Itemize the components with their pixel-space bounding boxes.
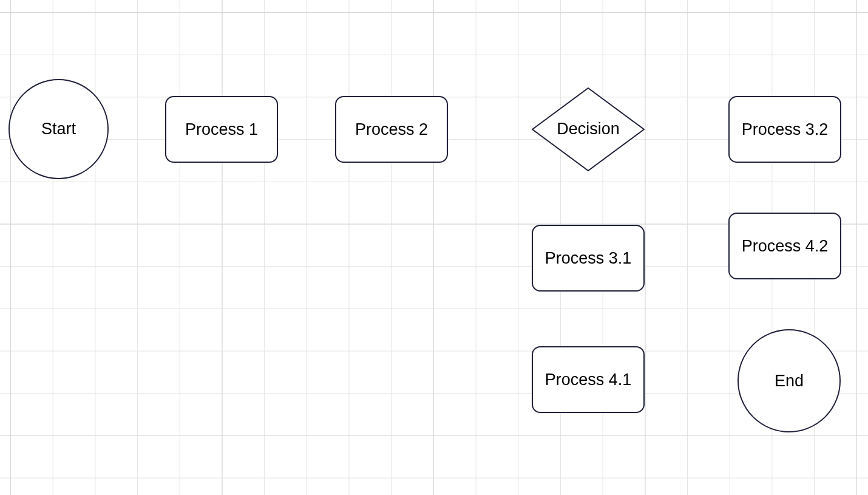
- node-label: End: [775, 372, 804, 391]
- node-label: Process 3.1: [545, 249, 632, 268]
- node-decision[interactable]: Decision: [532, 87, 645, 171]
- node-process-2[interactable]: Process 2: [335, 96, 448, 163]
- node-process-3-1[interactable]: Process 3.1: [532, 225, 645, 292]
- node-label: Process 4.1: [545, 370, 632, 389]
- node-label: Process 3.2: [742, 120, 829, 139]
- node-label: Process 2: [355, 120, 428, 139]
- node-process-1[interactable]: Process 1: [165, 96, 278, 163]
- node-label: Decision: [557, 119, 620, 140]
- node-process-4-1[interactable]: Process 4.1: [532, 346, 645, 413]
- node-label: Process 1: [185, 120, 258, 139]
- node-process-3-2[interactable]: Process 3.2: [728, 96, 841, 163]
- node-label: Process 4.2: [742, 237, 829, 256]
- node-end[interactable]: End: [737, 329, 841, 432]
- node-start[interactable]: Start: [8, 79, 109, 179]
- node-label: Start: [41, 120, 76, 138]
- node-process-4-2[interactable]: Process 4.2: [728, 213, 841, 279]
